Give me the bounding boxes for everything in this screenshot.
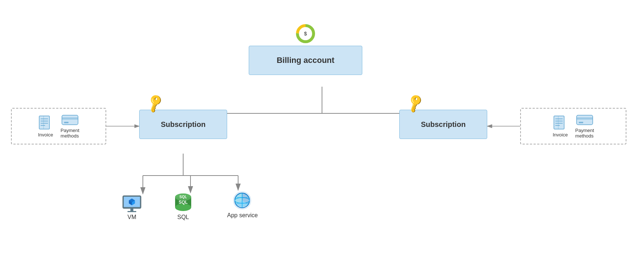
- payment-icon-right: [576, 114, 593, 126]
- app-service-icon: [230, 190, 254, 212]
- svg-rect-22: [62, 115, 78, 125]
- invoice-label-left: Invoice: [38, 132, 53, 138]
- subscription-node-right: 🔑 Subscription: [399, 110, 487, 139]
- svg-rect-23: [62, 117, 78, 120]
- billing-account-node: $ Billing account: [240, 34, 371, 76]
- vm-icon: [121, 194, 143, 214]
- billing-account-box: Billing account: [249, 46, 362, 75]
- invoice-label-right: Invoice: [553, 132, 568, 138]
- key-icon-right: 🔑: [404, 93, 426, 114]
- svg-rect-24: [64, 122, 69, 123]
- svg-rect-33: [579, 122, 583, 123]
- payment-label-right: Paymentmethods: [575, 128, 594, 139]
- svg-rect-39: [130, 208, 133, 211]
- subscription-box-right: 🔑 Subscription: [399, 110, 487, 139]
- dashed-box-left: Invoice Paymentmethods: [11, 108, 106, 144]
- sql-label: SQL: [177, 214, 189, 221]
- subscription-node-left: 🔑 Subscription: [139, 110, 227, 139]
- appservice-resource-node: App service: [227, 190, 258, 219]
- vm-resource-node: VM: [121, 194, 143, 221]
- invoice-icon-right: [552, 115, 568, 131]
- sql-resource-node: SQL SQL SQL: [172, 192, 194, 221]
- svg-text:$: $: [304, 31, 307, 37]
- subscription-label-left: Subscription: [161, 120, 206, 129]
- svg-rect-40: [127, 211, 136, 212]
- svg-point-43: [175, 204, 191, 211]
- billing-icon: $: [295, 23, 316, 44]
- svg-rect-31: [577, 115, 593, 125]
- diagram-container: $ Billing account 🔑 Subscription 🔑 Subsc…: [0, 0, 644, 271]
- svg-rect-16: [39, 116, 49, 129]
- subscription-label-right: Subscription: [421, 120, 466, 129]
- invoice-item-right: Invoice: [552, 115, 568, 138]
- payment-label-left: Paymentmethods: [60, 128, 79, 139]
- invoice-icon-left: [38, 115, 53, 131]
- key-icon-left: 🔑: [144, 93, 166, 114]
- svg-rect-32: [577, 117, 593, 120]
- svg-text:SQL: SQL: [179, 195, 187, 199]
- app-service-label: App service: [227, 212, 258, 219]
- payment-icon-left: [61, 114, 79, 126]
- sql-icon: SQL SQL: [172, 192, 194, 214]
- payment-item-right: Paymentmethods: [575, 114, 594, 139]
- billing-account-label: Billing account: [277, 56, 334, 65]
- svg-rect-25: [554, 116, 564, 129]
- payment-item-left: Paymentmethods: [60, 114, 79, 139]
- invoice-item-left: Invoice: [38, 115, 53, 138]
- dashed-box-right: Invoice Paymentmethods: [520, 108, 626, 144]
- subscription-box-left: 🔑 Subscription: [139, 110, 227, 139]
- vm-label: VM: [127, 214, 136, 221]
